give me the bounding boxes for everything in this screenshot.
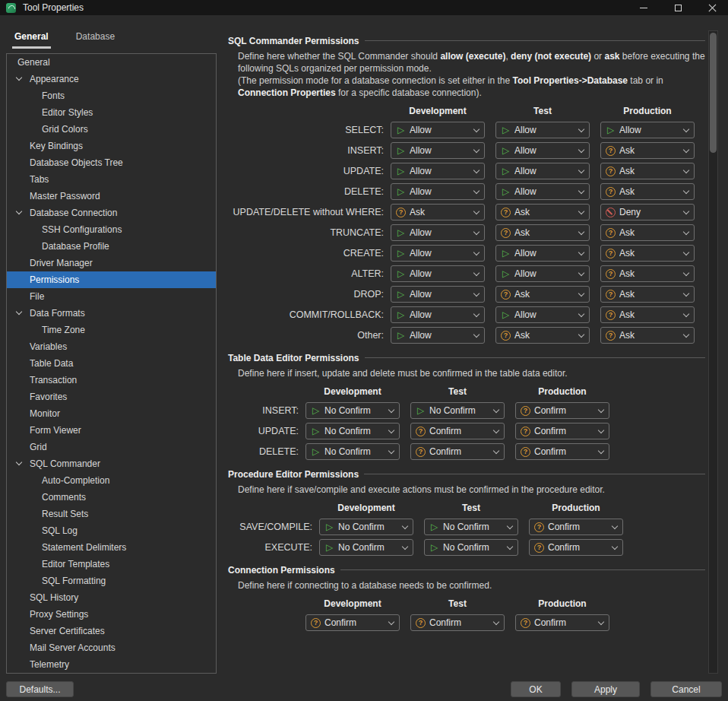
select-execute-development[interactable]: ▷No Confirm — [319, 539, 413, 556]
select-save-compile-production[interactable]: ?Confirm — [529, 519, 623, 535]
sidebar-item-statement-delimiters[interactable]: Statement Delimiters — [7, 539, 216, 556]
sidebar-item-sql-formatting[interactable]: SQL Formatting — [7, 573, 216, 589]
select-truncate-test[interactable]: ?Ask — [495, 224, 590, 241]
select-update-production[interactable]: ?Confirm — [515, 423, 609, 439]
chevron-down-icon[interactable] — [16, 208, 22, 214]
select-insert-production[interactable]: ?Confirm — [515, 402, 609, 419]
sidebar-item-mail-server-accounts[interactable]: Mail Server Accounts — [7, 639, 216, 656]
maximize-button[interactable] — [666, 0, 689, 15]
sidebar-item-transaction[interactable]: Transaction — [7, 372, 216, 389]
close-button[interactable] — [701, 0, 723, 15]
sidebar-item-sql-commander[interactable]: SQL Commander — [7, 455, 216, 472]
tab-general[interactable]: General — [12, 31, 51, 49]
select-update-delete-without-where-test[interactable]: ?Ask — [495, 204, 590, 220]
sidebar-item-favorites[interactable]: Favorites — [7, 389, 216, 405]
select-create-development[interactable]: ▷Allow — [391, 245, 485, 262]
select-update-test[interactable]: ▷Allow — [495, 163, 590, 179]
select-drop-production[interactable]: ?Ask — [600, 286, 695, 303]
sidebar-item-grid-colors[interactable]: Grid Colors — [7, 121, 216, 138]
select-update-delete-without-where-development[interactable]: ?Ask — [391, 204, 485, 220]
select-insert-development[interactable]: ▷No Confirm — [305, 402, 400, 419]
sidebar-item-comments[interactable]: Comments — [7, 489, 216, 506]
chevron-down-icon[interactable] — [16, 459, 22, 465]
sidebar-item-ssh-configurations[interactable]: SSH Configurations — [7, 221, 216, 238]
sidebar-item-grid[interactable]: Grid — [7, 439, 216, 455]
select-other-development[interactable]: ▷Allow — [391, 327, 485, 344]
select-select-production[interactable]: ▷Allow — [600, 122, 695, 138]
select-update-development[interactable]: ▷Allow — [391, 163, 485, 179]
select-connection-development[interactable]: ?Confirm — [305, 614, 400, 631]
sidebar-item-driver-manager[interactable]: Driver Manager — [7, 255, 216, 271]
sidebar-item-database-profile[interactable]: Database Profile — [7, 238, 216, 255]
select-select-test[interactable]: ▷Allow — [495, 122, 590, 138]
select-insert-production[interactable]: ?Ask — [600, 142, 695, 159]
sidebar-item-sql-history[interactable]: SQL History — [7, 589, 216, 606]
sidebar-item-proxy-settings[interactable]: Proxy Settings — [7, 606, 216, 623]
select-create-test[interactable]: ▷Allow — [495, 245, 590, 262]
select-delete-production[interactable]: ?Confirm — [515, 443, 609, 460]
select-other-production[interactable]: ?Ask — [600, 327, 695, 344]
sidebar-item-file[interactable]: File — [7, 288, 216, 305]
sidebar-item-data-formats[interactable]: Data Formats — [7, 305, 216, 322]
sidebar-item-auto-completion[interactable]: Auto-Completion — [7, 472, 216, 489]
sidebar-item-appearance[interactable]: Appearance — [7, 71, 216, 87]
sidebar-item-form-viewer[interactable]: Form Viewer — [7, 422, 216, 439]
select-update-delete-without-where-production[interactable]: Deny — [600, 204, 695, 220]
select-create-production[interactable]: ?Ask — [600, 245, 695, 262]
select-delete-production[interactable]: ?Ask — [600, 183, 695, 200]
tab-database[interactable]: Database — [74, 31, 117, 49]
select-delete-test[interactable]: ▷Allow — [495, 183, 590, 200]
sidebar-item-time-zone[interactable]: Time Zone — [7, 322, 216, 338]
sidebar-item-table-data[interactable]: Table Data — [7, 355, 216, 372]
select-drop-development[interactable]: ▷Allow — [391, 286, 485, 303]
select-truncate-production[interactable]: ?Ask — [600, 224, 695, 241]
sidebar-item-monitor[interactable]: Monitor — [7, 405, 216, 422]
sidebar-item-editor-styles[interactable]: Editor Styles — [7, 104, 216, 121]
sidebar-item-server-certificates[interactable]: Server Certificates — [7, 623, 216, 639]
select-alter-production[interactable]: ?Ask — [600, 265, 695, 282]
select-alter-development[interactable]: ▷Allow — [391, 265, 485, 282]
sidebar-item-permissions[interactable]: Permissions — [7, 271, 216, 288]
select-insert-development[interactable]: ▷Allow — [391, 142, 485, 159]
minimize-button[interactable] — [632, 0, 655, 15]
select-other-test[interactable]: ?Ask — [495, 327, 590, 344]
ok-button[interactable]: OK — [511, 681, 561, 697]
select-insert-test[interactable]: ▷Allow — [495, 142, 590, 159]
select-truncate-development[interactable]: ▷Allow — [391, 224, 485, 241]
select-select-development[interactable]: ▷Allow — [391, 122, 485, 138]
sidebar-item-master-password[interactable]: Master Password — [7, 188, 216, 205]
sidebar-item-general[interactable]: General — [7, 54, 216, 71]
select-update-development[interactable]: ▷No Confirm — [305, 423, 400, 439]
sidebar-item-database-connection[interactable]: Database Connection — [7, 205, 216, 221]
select-connection-test[interactable]: ?Confirm — [410, 614, 505, 631]
sidebar-item-variables[interactable]: Variables — [7, 338, 216, 355]
select-save-compile-development[interactable]: ▷No Confirm — [319, 519, 413, 535]
sidebar-item-sql-log[interactable]: SQL Log — [7, 522, 216, 539]
sidebar-item-key-bindings[interactable]: Key Bindings — [7, 138, 216, 154]
select-execute-test[interactable]: ▷No Confirm — [424, 539, 518, 556]
select-commit-rollback-test[interactable]: ▷Allow — [495, 306, 590, 323]
select-save-compile-test[interactable]: ▷No Confirm — [424, 519, 518, 535]
select-alter-test[interactable]: ▷Allow — [495, 265, 590, 282]
select-connection-production[interactable]: ?Confirm — [515, 614, 609, 631]
sidebar-item-result-sets[interactable]: Result Sets — [7, 506, 216, 522]
chevron-down-icon[interactable] — [16, 75, 22, 81]
cancel-button[interactable]: Cancel — [650, 681, 722, 697]
scrollbar-thumb[interactable] — [710, 33, 717, 153]
apply-button[interactable]: Apply — [571, 681, 640, 697]
select-delete-test[interactable]: ?Confirm — [410, 443, 505, 460]
select-drop-test[interactable]: ?Ask — [495, 286, 590, 303]
select-commit-rollback-production[interactable]: ?Ask — [600, 306, 695, 323]
select-insert-test[interactable]: ▷No Confirm — [410, 402, 505, 419]
main-scrollbar[interactable] — [708, 30, 718, 674]
sidebar-item-tabs[interactable]: Tabs — [7, 171, 216, 188]
sidebar-item-fonts[interactable]: Fonts — [7, 87, 216, 104]
select-commit-rollback-development[interactable]: ▷Allow — [391, 306, 485, 323]
select-update-production[interactable]: ?Ask — [600, 163, 695, 179]
chevron-down-icon[interactable] — [16, 309, 22, 315]
sidebar-item-telemetry[interactable]: Telemetry — [7, 656, 216, 673]
sidebar-item-editor-templates[interactable]: Editor Templates — [7, 556, 216, 573]
select-delete-development[interactable]: ▷No Confirm — [305, 443, 400, 460]
defaults-button[interactable]: Defaults... — [6, 681, 74, 697]
select-delete-development[interactable]: ▷Allow — [391, 183, 485, 200]
